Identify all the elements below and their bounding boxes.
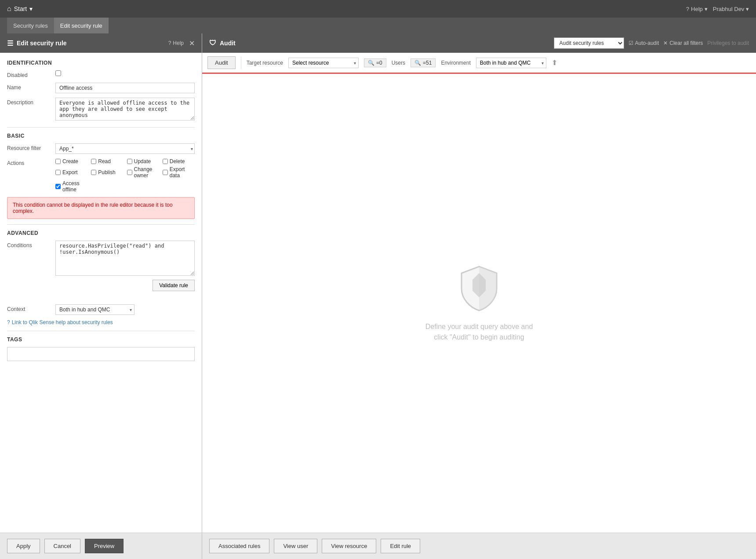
apply-button[interactable]: Apply bbox=[7, 539, 40, 553]
disabled-checkbox[interactable] bbox=[55, 70, 61, 76]
environment-select[interactable]: Both in hub and QMC Hub QMC bbox=[476, 58, 546, 68]
left-panel-title: Edit security rule bbox=[17, 40, 67, 47]
breadcrumb: Security rules Edit security rule bbox=[0, 18, 756, 33]
cancel-button[interactable]: Cancel bbox=[44, 539, 80, 553]
audit-toolbar: Audit Target resource Select resource ▾ … bbox=[202, 53, 756, 74]
advanced-section-title: ADVANCED bbox=[7, 230, 195, 236]
context-control: Both in hub and QMC Hub QMC ▾ bbox=[55, 304, 195, 315]
context-row-wrap: Context Both in hub and QMC Hub QMC ▾ bbox=[7, 304, 195, 315]
top-nav-right: ? Help ▾ Prabhul Dev ▾ bbox=[686, 6, 749, 12]
export-data-label: Export data bbox=[170, 166, 195, 179]
clear-filters-x-icon: ✕ bbox=[663, 40, 668, 46]
right-panel-title-group: 🛡 Audit bbox=[209, 39, 236, 47]
privileges-button[interactable]: Privileges to audit bbox=[707, 40, 749, 46]
change-owner-action: Change owner bbox=[127, 166, 159, 179]
associated-rules-button[interactable]: Associated rules bbox=[209, 539, 269, 553]
read-label: Read bbox=[98, 158, 111, 164]
start-button[interactable]: ⌂ Start ▾ bbox=[7, 5, 33, 13]
target-resource-select[interactable]: Select resource bbox=[288, 58, 359, 68]
breadcrumb-item2-label: Edit security rule bbox=[60, 22, 102, 29]
help-button[interactable]: ? Help ▾ bbox=[686, 6, 708, 12]
update-label: Update bbox=[134, 158, 151, 164]
read-checkbox[interactable] bbox=[91, 159, 96, 164]
validate-rule-button[interactable]: Validate rule bbox=[153, 280, 195, 291]
audit-placeholder-line2: click "Audit" to begin auditing bbox=[434, 333, 524, 341]
description-label: Description bbox=[7, 98, 55, 106]
audit-dropdown[interactable]: Audit security rules bbox=[554, 37, 624, 49]
conditions-control: resource.HasPrivilege("read") and !user.… bbox=[55, 241, 195, 291]
name-input[interactable] bbox=[55, 83, 195, 93]
right-panel-header-right: Audit security rules ☑ Auto-audit ✕ Clea… bbox=[554, 37, 749, 49]
context-row: Context Both in hub and QMC Hub QMC ▾ bbox=[7, 304, 195, 315]
users-filter-badge[interactable]: 🔍 =51 bbox=[411, 58, 436, 67]
access-offline-label: Access offline bbox=[62, 180, 87, 193]
update-checkbox[interactable] bbox=[127, 159, 132, 164]
tags-input[interactable] bbox=[7, 347, 195, 361]
resource-filter-input[interactable] bbox=[55, 143, 195, 154]
preview-button[interactable]: Preview bbox=[85, 539, 124, 553]
environment-label: Environment bbox=[441, 60, 470, 66]
access-offline-checkbox[interactable] bbox=[55, 184, 61, 189]
help-circle-icon: ? bbox=[686, 6, 689, 12]
target-resource-select-wrap: Select resource ▾ bbox=[288, 58, 359, 68]
left-panel-header: ☰ Edit security rule ? Help ✕ bbox=[0, 33, 202, 53]
export-checkbox[interactable] bbox=[55, 170, 61, 175]
auto-audit-label: Auto-audit bbox=[635, 40, 659, 46]
actions-row: Actions Create Read Update bbox=[7, 158, 195, 193]
left-panel-header-right: ? Help ✕ bbox=[168, 39, 195, 47]
delete-checkbox[interactable] bbox=[163, 159, 168, 164]
right-panel: 🛡 Audit Audit security rules ☑ Auto-audi… bbox=[202, 33, 756, 559]
actions-label: Actions bbox=[7, 158, 55, 166]
user-button[interactable]: Prabhul Dev ▾ bbox=[713, 6, 749, 12]
resource-filter-wrap: ▾ bbox=[55, 143, 195, 154]
left-panel-help-label: Help bbox=[173, 40, 184, 46]
create-action: Create bbox=[55, 158, 87, 164]
disabled-label: Disabled bbox=[7, 70, 55, 78]
right-panel-header: 🛡 Audit Audit security rules ☑ Auto-audi… bbox=[202, 33, 756, 53]
conditions-textarea[interactable]: resource.HasPrivilege("read") and !user.… bbox=[55, 241, 195, 276]
breadcrumb-edit-security-rule[interactable]: Edit security rule bbox=[54, 18, 109, 33]
filter-count: =0 bbox=[376, 60, 382, 66]
left-panel-close-button[interactable]: ✕ bbox=[189, 39, 195, 47]
top-nav-left: ⌂ Start ▾ bbox=[7, 5, 33, 13]
context-select[interactable]: Both in hub and QMC Hub QMC bbox=[55, 304, 134, 315]
basic-section-title: BASIC bbox=[7, 133, 195, 139]
breadcrumb-security-rules[interactable]: Security rules bbox=[7, 18, 54, 33]
clear-filters-label: Clear all filters bbox=[669, 40, 703, 46]
edit-rule-button[interactable]: Edit rule bbox=[381, 539, 420, 553]
audit-main: Define your audit query above and click … bbox=[202, 74, 756, 533]
disabled-control bbox=[55, 70, 195, 77]
right-panel-footer: Associated rules View user View resource… bbox=[202, 533, 756, 559]
delete-action: Delete bbox=[163, 158, 195, 164]
clear-filters-button[interactable]: ✕ Clear all filters bbox=[663, 40, 703, 46]
left-panel-content: IDENTIFICATION Disabled Name Description… bbox=[0, 53, 202, 533]
qlik-help-link-text: Link to Qlik Sense help about security r… bbox=[12, 319, 113, 325]
auto-audit-button[interactable]: ☑ Auto-audit bbox=[629, 40, 659, 46]
change-owner-checkbox[interactable] bbox=[127, 170, 132, 175]
description-row: Description Everyone is allowed offline … bbox=[7, 98, 195, 122]
toolbar-separator bbox=[241, 57, 241, 69]
publish-checkbox[interactable] bbox=[91, 170, 96, 175]
export-data-checkbox[interactable] bbox=[163, 170, 168, 175]
view-resource-button[interactable]: View resource bbox=[322, 539, 376, 553]
audit-button[interactable]: Audit bbox=[207, 56, 236, 69]
qlik-help-circle-icon: ? bbox=[7, 319, 10, 325]
access-offline-action: Access offline bbox=[55, 180, 87, 193]
actions-grid: Create Read Update Delete bbox=[55, 158, 195, 193]
name-label: Name bbox=[7, 83, 55, 91]
conditions-label: Conditions bbox=[7, 241, 55, 248]
left-panel-help-button[interactable]: ? Help bbox=[168, 40, 184, 46]
create-checkbox[interactable] bbox=[55, 159, 61, 164]
left-panel-title-group: ☰ Edit security rule bbox=[7, 39, 67, 47]
filter-badge[interactable]: 🔍 =0 bbox=[364, 58, 386, 67]
help-dropdown-icon: ▾ bbox=[705, 6, 708, 12]
description-textarea[interactable]: Everyone is allowed offline access to th… bbox=[55, 98, 195, 121]
auto-audit-checkbox-icon: ☑ bbox=[629, 40, 633, 46]
breadcrumb-item1-label: Security rules bbox=[13, 22, 48, 29]
publish-action: Publish bbox=[91, 166, 123, 179]
create-label: Create bbox=[62, 158, 78, 164]
export-icon-button[interactable]: ⬆ bbox=[552, 58, 557, 67]
view-user-button[interactable]: View user bbox=[274, 539, 317, 553]
qlik-help-link[interactable]: ? Link to Qlik Sense help about security… bbox=[7, 319, 195, 325]
privileges-label: Privileges to audit bbox=[707, 40, 749, 46]
